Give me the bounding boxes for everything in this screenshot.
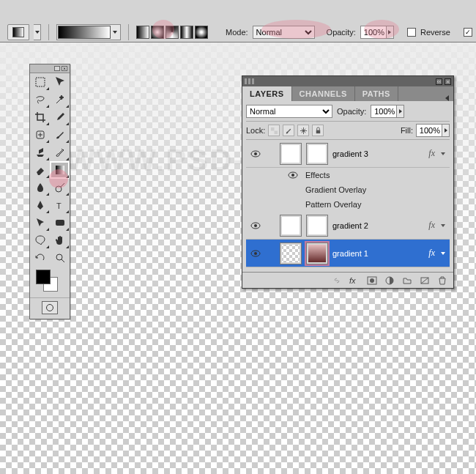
- gradient-dropdown[interactable]: [111, 26, 119, 38]
- tool-notes[interactable]: [30, 232, 50, 249]
- tool-path-select[interactable]: [30, 214, 50, 232]
- effect-item[interactable]: Pattern Overlay: [286, 197, 450, 212]
- layer-row[interactable]: gradient 1 fx: [246, 240, 450, 267]
- svg-text:T: T: [56, 201, 62, 210]
- layer-opacity-slider-toggle[interactable]: [396, 105, 404, 117]
- gradient-style-angle[interactable]: [166, 26, 179, 39]
- visibility-toggle[interactable]: [249, 222, 262, 229]
- group-icon[interactable]: [402, 275, 412, 286]
- tool-zoom[interactable]: [50, 249, 70, 267]
- fx-expand-toggle[interactable]: [439, 224, 447, 227]
- tool-rotate-view[interactable]: [30, 249, 50, 267]
- layer-row[interactable]: gradient 2 fx: [246, 212, 450, 240]
- tool-pen[interactable]: [30, 196, 50, 214]
- gradient-picker[interactable]: [56, 24, 121, 40]
- lock-position-icon[interactable]: [297, 125, 309, 136]
- link-layers-icon[interactable]: [332, 275, 342, 286]
- tool-brush[interactable]: [50, 126, 70, 144]
- blend-mode-select[interactable]: Normal: [253, 26, 315, 39]
- tab-layers[interactable]: LAYERS: [242, 86, 292, 101]
- fill-slider-toggle[interactable]: [442, 125, 449, 136]
- tool-healing-brush[interactable]: [30, 126, 50, 144]
- layer-mask-thumb[interactable]: [280, 215, 302, 237]
- panel-header[interactable]: ‹‹ ×: [242, 76, 453, 86]
- tool-crop[interactable]: [30, 108, 50, 126]
- layer-mask-thumb[interactable]: [280, 143, 302, 165]
- fill-field[interactable]: [416, 124, 450, 137]
- gradient-style-linear[interactable]: [136, 26, 149, 39]
- add-mask-icon[interactable]: [367, 275, 377, 286]
- fx-icon[interactable]: fx: [349, 275, 360, 286]
- lock-all-icon[interactable]: [312, 125, 324, 136]
- quick-mask-row: [30, 297, 70, 319]
- opacity-slider-toggle[interactable]: [386, 26, 393, 38]
- effect-item[interactable]: Gradient Overlay: [286, 182, 450, 197]
- layer-blend-mode-select[interactable]: Normal: [246, 105, 332, 118]
- toolbox-header[interactable]: ×: [30, 64, 70, 73]
- fill-input[interactable]: [417, 126, 442, 135]
- panel-menu-icon[interactable]: [440, 95, 453, 101]
- new-layer-icon[interactable]: [420, 275, 430, 286]
- fx-indicator[interactable]: fx: [428, 220, 435, 231]
- tool-eyedropper[interactable]: [50, 108, 70, 126]
- tool-magic-wand[interactable]: [50, 91, 70, 108]
- visibility-toggle[interactable]: [249, 250, 262, 257]
- gradient-style-radial[interactable]: [151, 26, 164, 39]
- layer-row[interactable]: gradient 3 fx: [246, 140, 450, 168]
- tool-history-brush[interactable]: [50, 144, 70, 161]
- visibility-toggle[interactable]: [249, 150, 262, 158]
- layer-thumb[interactable]: [306, 242, 328, 264]
- tool-type[interactable]: T: [50, 196, 70, 214]
- layer-mask-thumb[interactable]: [280, 242, 302, 264]
- layer-name[interactable]: gradient 3: [332, 149, 424, 158]
- minimize-icon[interactable]: [54, 66, 60, 71]
- layer-thumb[interactable]: [306, 143, 328, 165]
- layer-name[interactable]: gradient 1: [332, 249, 424, 258]
- tool-marquee[interactable]: [30, 73, 50, 91]
- tab-channels[interactable]: CHANNELS: [292, 86, 355, 101]
- tool-eraser[interactable]: [30, 161, 50, 179]
- lock-transparent-icon[interactable]: [268, 125, 280, 136]
- tool-preset-picker[interactable]: [7, 24, 29, 40]
- opacity-field[interactable]: [360, 26, 394, 39]
- svg-rect-9: [316, 130, 321, 133]
- separator: [128, 24, 129, 40]
- fx-expand-toggle[interactable]: [439, 152, 447, 155]
- layer-name[interactable]: gradient 2: [332, 221, 424, 230]
- tab-paths[interactable]: PATHS: [355, 86, 398, 101]
- tool-gradient[interactable]: [50, 161, 70, 179]
- tool-dodge[interactable]: [50, 179, 70, 196]
- tool-clone-stamp[interactable]: [30, 144, 50, 161]
- layer-opacity-input[interactable]: [371, 107, 396, 116]
- layer-thumb[interactable]: [306, 215, 328, 237]
- fx-indicator[interactable]: fx: [428, 148, 435, 159]
- gradient-style-reflected[interactable]: [180, 26, 193, 39]
- layer-opacity-field[interactable]: [371, 105, 404, 118]
- dither-checkbox[interactable]: ✓: [464, 28, 472, 37]
- tool-preset-dropdown[interactable]: [34, 24, 41, 40]
- effects-heading[interactable]: Effects: [286, 168, 450, 182]
- adjustment-layer-icon[interactable]: [384, 275, 395, 286]
- fx-indicator[interactable]: fx: [428, 248, 435, 259]
- tool-shape[interactable]: [50, 214, 70, 232]
- fx-expand-toggle[interactable]: [439, 252, 447, 255]
- tool-move[interactable]: [50, 73, 70, 91]
- gradient-style-diamond[interactable]: [195, 26, 208, 39]
- quick-mask-button[interactable]: [42, 301, 58, 314]
- foreground-color-swatch[interactable]: [36, 270, 51, 284]
- collapse-icon[interactable]: ‹‹: [436, 78, 442, 85]
- close-icon[interactable]: ×: [445, 78, 451, 85]
- svg-rect-0: [36, 78, 45, 86]
- tool-grid: T: [30, 73, 70, 267]
- svg-point-6: [56, 254, 62, 260]
- tool-lasso[interactable]: [30, 91, 50, 108]
- trash-icon[interactable]: [437, 275, 447, 286]
- layer-opacity-label: Opacity:: [337, 107, 366, 116]
- tool-hand[interactable]: [50, 232, 70, 249]
- reverse-checkbox[interactable]: [407, 28, 416, 37]
- tool-blur[interactable]: [30, 179, 50, 196]
- lock-pixels-icon[interactable]: [283, 125, 294, 136]
- svg-point-11: [254, 152, 257, 155]
- close-icon[interactable]: ×: [62, 66, 67, 71]
- opacity-input[interactable]: [361, 28, 386, 37]
